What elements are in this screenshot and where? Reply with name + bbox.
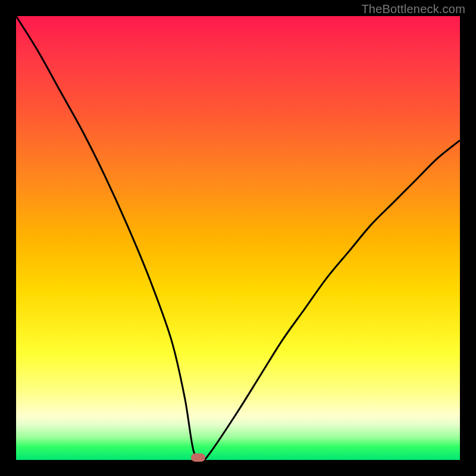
minimum-marker	[191, 453, 205, 462]
curve-path	[16, 16, 460, 460]
plot-area	[16, 16, 460, 460]
chart-frame: TheBottleneck.com	[0, 0, 476, 476]
watermark-text: TheBottleneck.com	[361, 2, 465, 16]
bottleneck-curve	[16, 16, 460, 460]
